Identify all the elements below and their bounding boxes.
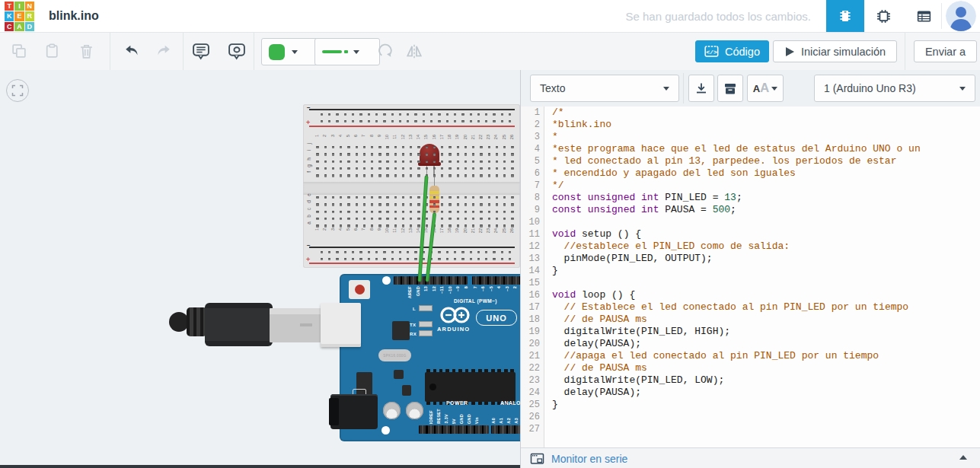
code-editor[interactable]: 1/*2*blink.ino3*4*este programa hace que…: [521, 107, 980, 447]
font-size-button[interactable]: AA: [747, 75, 784, 102]
breadboard-hole: [356, 153, 358, 155]
notes-button[interactable]: [190, 40, 212, 62]
breadboard-hole: [410, 224, 412, 227]
digital-header-right[interactable]: [472, 276, 520, 285]
breadboard-hole: [368, 258, 370, 260]
breadboard-hole: [336, 120, 338, 123]
usb-interface-chip: [392, 321, 410, 340]
breadboard-hole: [464, 146, 467, 148]
delete-button[interactable]: [75, 40, 97, 62]
column-number: 26: [510, 228, 515, 233]
breadboard-hole: [324, 146, 327, 148]
chevron-down-icon: [353, 50, 359, 54]
redo-button[interactable]: [152, 40, 175, 62]
code-line: 8const unsigned int PIN_LED = 13;: [521, 192, 980, 204]
led-rx: [419, 330, 433, 336]
red-led[interactable]: [420, 144, 439, 164]
reset-button[interactable]: [349, 280, 370, 299]
breadboard-hole: [464, 224, 467, 227]
code-token: [552, 362, 564, 374]
minus-sign: −: [307, 105, 311, 111]
breadboard-hole: [496, 224, 498, 227]
edit-mode-dropdown[interactable]: Texto: [530, 75, 679, 102]
line-number: 1: [521, 107, 544, 119]
analog-header[interactable]: [491, 425, 520, 434]
breadboard-hole: [511, 146, 513, 148]
line-number: 8: [521, 192, 544, 204]
breadboard-hole: [394, 224, 397, 227]
send-to-button[interactable]: Enviar a: [914, 40, 977, 62]
serial-monitor-bar[interactable]: Monitor en serie: [521, 447, 980, 468]
breadboard-hole: [386, 167, 388, 170]
wire-type-dropdown[interactable]: [314, 38, 380, 65]
breadboard-hole: [480, 167, 482, 170]
breadboard-hole: [457, 161, 459, 163]
small-component: [394, 370, 404, 379]
breadboard-hole: [359, 251, 362, 253]
pin-label: IOREF: [429, 410, 434, 424]
breadboard-hole: [394, 196, 397, 199]
tinkercad-logo[interactable]: TINKERCAD: [5, 2, 34, 31]
breadboard-hole: [340, 146, 342, 148]
resistor[interactable]: [429, 186, 439, 213]
breadboard[interactable]: − + − + 11223344556677889910101111121213…: [303, 104, 520, 268]
breadboard-hole: [414, 120, 417, 123]
breadboard-hole: [496, 211, 498, 213]
digital-header-left[interactable]: [394, 276, 468, 285]
color-dropdown[interactable]: [261, 38, 322, 65]
code-token: *este programa hace que el led de estatu…: [552, 143, 921, 154]
chip-notch: [429, 384, 436, 390]
download-code-button[interactable]: [688, 75, 714, 102]
board-dropdown[interactable]: 1 (Arduino Uno R3): [814, 75, 975, 102]
code-line: 27: [521, 423, 980, 435]
zoom-to-fit-button[interactable]: [6, 79, 29, 102]
pin-label: 12: [433, 286, 437, 291]
row-letter: i: [307, 150, 312, 151]
usb-metal-shield: [270, 308, 321, 342]
row-letter: e: [307, 193, 312, 196]
pin-label: 5V: [452, 419, 457, 424]
line-number: 19: [521, 326, 544, 338]
mirror-button[interactable]: [403, 40, 426, 62]
breadboard-hole: [477, 113, 480, 116]
circuit-canvas[interactable]: − + − + 11223344556677889910101111121213…: [0, 70, 520, 468]
code-line-content: void loop () {: [544, 289, 635, 301]
undo-button[interactable]: [120, 40, 143, 62]
breadboard-hole: [488, 174, 490, 177]
rotate-button[interactable]: [375, 40, 397, 62]
serial-monitor-icon: [530, 452, 544, 465]
breadboard-hole: [454, 120, 456, 123]
breadboard-hole: [449, 218, 451, 220]
breadboard-hole: [493, 120, 495, 123]
copy-button[interactable]: [8, 40, 30, 62]
chevron-up-icon: [959, 455, 967, 460]
component-list-button[interactable]: [907, 0, 940, 32]
fit-view-icon: [11, 84, 24, 97]
breadboard-hole: [461, 120, 464, 123]
breadboard-hole: [324, 203, 327, 205]
start-simulation-button[interactable]: Iniciar simulación: [773, 40, 897, 62]
show-labels-button[interactable]: [225, 40, 248, 62]
pin-label: 4: [497, 286, 502, 288]
breadboard-hole: [363, 174, 366, 177]
circuit-view-button[interactable]: [826, 0, 864, 32]
breadboard-hole: [430, 251, 433, 253]
arduino-uno[interactable]: DIGITAL (PWM~) L TX RX ARDUINO UNO SPK16…: [340, 274, 520, 441]
breadboard-hole: [426, 224, 428, 227]
breadboard-hole: [461, 113, 464, 116]
code-line: 17 // Establece el led conectado al pin …: [521, 301, 980, 314]
code-token: [582, 192, 588, 203]
user-avatar[interactable]: [946, 1, 976, 31]
usb-cable[interactable]: [205, 303, 273, 346]
breadboard-hole: [410, 174, 412, 177]
breadboard-hole: [371, 161, 373, 163]
breadboard-hole: [438, 258, 440, 260]
breadboard-hole: [430, 120, 433, 123]
power-header[interactable]: [419, 425, 489, 434]
schematic-view-button[interactable]: [867, 0, 900, 32]
code-button[interactable]: </> Código: [695, 40, 769, 62]
paste-button[interactable]: [40, 40, 63, 62]
breadboard-hole: [378, 153, 381, 155]
crystal-label: SPK16.000G: [383, 354, 406, 358]
libraries-button[interactable]: [717, 75, 743, 102]
